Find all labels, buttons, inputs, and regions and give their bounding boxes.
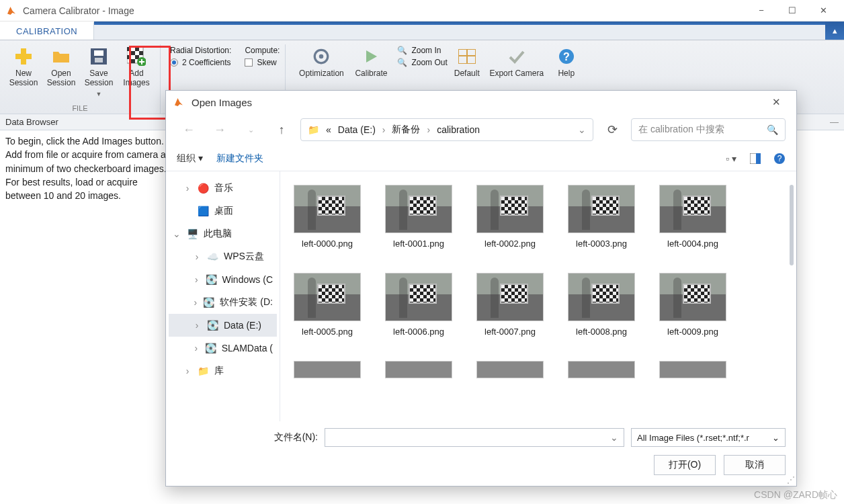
thumbnail-icon xyxy=(659,273,726,321)
nav-up-button[interactable]: ↑ xyxy=(269,118,294,142)
folder-tree: ›🔴音乐 🟦桌面 ⌄🖥️此电脑 ›☁️WPS云盘 ›💽Windows (C ›💽… xyxy=(166,171,280,421)
thumbnail-icon xyxy=(294,185,361,233)
filename-input[interactable]: ⌄ xyxy=(325,428,624,447)
thumbnail-icon xyxy=(568,361,635,378)
nav-recent-dropdown[interactable]: ⌄ xyxy=(239,118,263,142)
ribbon-tab-strip: CALIBRATION ▴ xyxy=(0,22,844,40)
preview-pane-button[interactable] xyxy=(749,153,761,165)
search-input[interactable]: 在 calibration 中搜索 🔍 xyxy=(631,118,786,141)
zoom-in-button[interactable]: 🔍Zoom In xyxy=(397,46,447,55)
svg-rect-7 xyxy=(135,47,139,51)
plus-icon xyxy=(14,47,33,66)
tree-data-e[interactable]: ›💽Data (E:) xyxy=(169,314,277,337)
file-item[interactable] xyxy=(568,361,635,378)
file-item[interactable] xyxy=(659,361,726,378)
svg-text:?: ? xyxy=(777,154,782,163)
chevron-down-icon: ▼ xyxy=(96,91,102,97)
file-item[interactable]: left-0007.png xyxy=(476,273,544,337)
ribbon-group-file: New Session Open Session Save Session ▼ … xyxy=(0,44,161,114)
add-images-button[interactable]: Add Images xyxy=(118,44,155,98)
file-type-filter[interactable]: All Image Files (*.rset;*.ntf;*.r⌄ xyxy=(631,428,786,447)
refresh-button[interactable]: ⟳ xyxy=(600,118,624,142)
help-icon: ? xyxy=(557,47,576,66)
save-session-button[interactable]: Save Session ▼ xyxy=(81,44,117,98)
chevron-down-icon[interactable]: ⌄ xyxy=(578,124,586,135)
file-grid[interactable]: left-0000.png left-0001.png left-0002.pn… xyxy=(280,171,796,421)
open-button[interactable]: 打开(O) xyxy=(654,455,716,475)
ribbon-collapse-icon[interactable]: ▴ xyxy=(825,22,844,40)
tree-slamdata[interactable]: ›💽SLAMData ( xyxy=(169,337,277,360)
organize-dropdown[interactable]: 组织 ▾ xyxy=(177,153,203,165)
svg-rect-12 xyxy=(131,59,135,63)
check-icon xyxy=(507,47,526,66)
nav-back-button[interactable]: ← xyxy=(177,118,201,142)
breadcrumb-bar[interactable]: 📁 « Data (E:) › 新备份 › calibration ⌄ xyxy=(300,118,593,141)
file-item[interactable] xyxy=(476,361,544,378)
dialog-close-button[interactable]: ✕ xyxy=(763,96,790,108)
two-coefficients-radio[interactable]: 2 Coefficients xyxy=(170,58,231,67)
svg-point-16 xyxy=(319,54,324,59)
thumbnail-icon xyxy=(294,361,361,378)
minimize-button[interactable]: − xyxy=(746,0,777,22)
tree-windows[interactable]: ›💽Windows (C xyxy=(169,268,277,291)
file-item[interactable]: left-0006.png xyxy=(385,273,452,337)
panel-collapse-icon[interactable]: — xyxy=(830,117,839,127)
play-icon xyxy=(362,47,380,66)
tree-desktop[interactable]: 🟦桌面 xyxy=(169,200,277,222)
open-session-button[interactable]: Open Session xyxy=(43,44,79,98)
file-item[interactable]: left-0009.png xyxy=(659,273,726,337)
compute-label: Compute: xyxy=(245,46,280,55)
svg-rect-8 xyxy=(131,51,135,55)
file-item[interactable]: left-0001.png xyxy=(385,185,452,249)
thumbnail-icon xyxy=(385,361,452,378)
dialog-nav-bar: ← → ⌄ ↑ 📁 « Data (E:) › 新备份 › calibratio… xyxy=(166,114,796,146)
drive-icon: 💽 xyxy=(205,342,216,354)
file-item[interactable]: left-0002.png xyxy=(476,185,544,249)
nav-forward-button[interactable]: → xyxy=(208,118,232,142)
thumbnail-icon xyxy=(659,361,726,378)
thumbnail-icon xyxy=(568,273,635,321)
zoom-in-icon: 🔍 xyxy=(397,46,407,55)
file-item[interactable] xyxy=(294,361,361,378)
cancel-button[interactable]: 取消 xyxy=(724,455,786,475)
tree-software[interactable]: ›💽软件安装 (D: xyxy=(169,291,277,314)
tree-music[interactable]: ›🔴音乐 xyxy=(169,177,277,200)
thumbnail-icon xyxy=(659,185,726,233)
file-item[interactable]: left-0008.png xyxy=(568,273,635,337)
svg-rect-6 xyxy=(127,47,131,51)
file-item[interactable] xyxy=(385,361,452,378)
tree-libraries[interactable]: ›📁库 xyxy=(169,360,277,382)
file-item[interactable]: left-0000.png xyxy=(294,185,361,249)
new-folder-button[interactable]: 新建文件夹 xyxy=(216,153,263,165)
new-session-button[interactable]: New Session xyxy=(5,44,42,98)
dialog-help-button[interactable]: ? xyxy=(773,153,786,165)
matlab-logo-icon xyxy=(5,5,17,17)
skew-checkbox[interactable]: Skew xyxy=(245,58,280,67)
zoom-out-icon: 🔍 xyxy=(397,58,407,67)
file-item[interactable]: left-0003.png xyxy=(568,185,635,249)
tree-wps[interactable]: ›☁️WPS云盘 xyxy=(169,245,277,268)
breadcrumb-folder-2[interactable]: calibration xyxy=(437,124,480,135)
window-title: Camera Calibrator - Image xyxy=(23,5,134,16)
search-placeholder: 在 calibration 中搜索 xyxy=(638,124,724,136)
thumbnail-icon xyxy=(385,273,452,321)
maximize-button[interactable]: ☐ xyxy=(777,0,808,22)
svg-text:?: ? xyxy=(563,51,570,62)
resize-grip-icon[interactable]: ⋰ xyxy=(787,475,795,485)
tab-calibration[interactable]: CALIBRATION xyxy=(0,22,94,40)
tree-this-pc[interactable]: ⌄🖥️此电脑 xyxy=(169,222,277,245)
zoom-out-button[interactable]: 🔍Zoom Out xyxy=(397,58,447,67)
dialog-title-bar: Open Images ✕ xyxy=(166,91,796,114)
close-button[interactable]: ✕ xyxy=(808,0,839,22)
folder-open-icon xyxy=(52,47,71,66)
chevron-right-icon: › xyxy=(382,124,386,135)
breadcrumb-drive[interactable]: Data (E:) xyxy=(338,124,376,135)
file-item[interactable]: left-0004.png xyxy=(659,185,726,249)
view-mode-dropdown[interactable]: ▫ ▾ xyxy=(725,153,737,165)
title-bar: Camera Calibrator - Image − ☐ ✕ xyxy=(0,0,844,22)
music-icon: 🔴 xyxy=(197,182,209,194)
breadcrumb-folder-1[interactable]: 新备份 xyxy=(392,124,420,136)
file-item[interactable]: left-0005.png xyxy=(294,273,361,337)
chevron-down-icon: ⌄ xyxy=(610,432,618,443)
drive-icon: 💽 xyxy=(203,296,214,308)
